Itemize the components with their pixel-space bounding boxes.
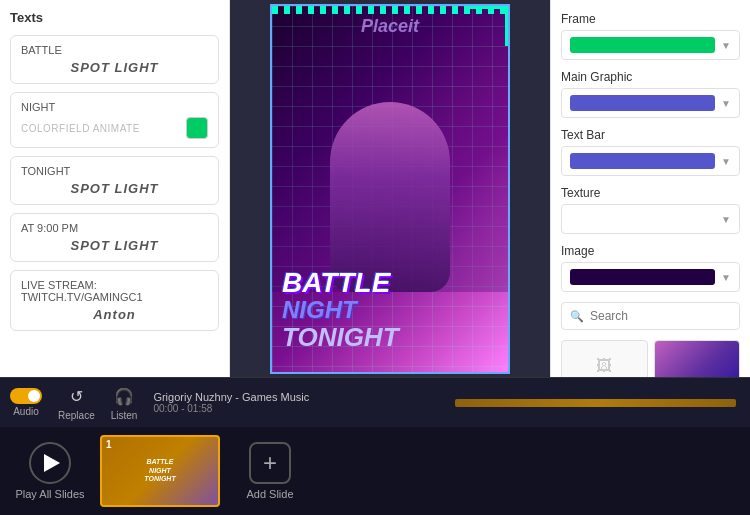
replace-icon: ↺ <box>64 384 88 408</box>
frame-color-bar <box>570 37 715 53</box>
track-info: Grigoriy Nuzhny - Games Music 00:00 - 01… <box>153 391 434 414</box>
frame-dropdown[interactable]: ▼ <box>561 30 740 60</box>
main-graphic-label: Main Graphic <box>561 70 740 84</box>
texture-arrow: ▼ <box>721 214 731 225</box>
listen-label: Listen <box>111 410 138 421</box>
canvas-text-block: BATTLE NIGHT TONIGHT <box>282 269 498 352</box>
replace-button[interactable]: ↺ Replace <box>58 384 95 421</box>
canvas-battle-text: BATTLE <box>282 269 498 297</box>
play-all-button[interactable]: Play All Slides <box>10 442 90 500</box>
listen-button[interactable]: 🎧 Listen <box>111 384 138 421</box>
frame-dropdown-arrow: ▼ <box>721 40 731 51</box>
waveform-bar <box>455 399 736 407</box>
image-grid: 🖼 No image <box>561 340 740 377</box>
image-thumbnail[interactable] <box>654 340 741 377</box>
image-arrow: ▼ <box>721 272 731 283</box>
slide-1[interactable]: 1 BATTLENIGHTTONIGHT <box>100 435 220 507</box>
texture-section: Texture ▼ <box>561 186 740 234</box>
play-all-label: Play All Slides <box>15 488 84 500</box>
toggle-knob <box>28 390 40 402</box>
search-section: 🔍 <box>561 302 740 330</box>
audio-control[interactable]: Audio <box>10 388 42 417</box>
panel-title: Texts <box>10 10 219 25</box>
frame-label: Frame <box>561 12 740 26</box>
frame-section: Frame ▼ <box>561 12 740 60</box>
text-bar-color-bar <box>570 153 715 169</box>
text-bar-dropdown[interactable]: ▼ <box>561 146 740 176</box>
search-input[interactable] <box>590 309 740 323</box>
person-shape <box>330 102 450 292</box>
search-box[interactable]: 🔍 <box>561 302 740 330</box>
watermark: Placeit <box>361 16 419 37</box>
texture-label: Texture <box>561 186 740 200</box>
left-panel: Texts BATTLE SPOT LIGHT NIGHT COLORFIELD… <box>0 0 230 377</box>
card-label-time: AT 9:00 PM <box>21 222 208 234</box>
canvas-tonight-text: TONIGHT <box>282 323 498 352</box>
card-label-tonight: TONIGHT <box>21 165 208 177</box>
main-graphic-section: Main Graphic ▼ <box>561 70 740 118</box>
add-slide-label: Add Slide <box>246 488 293 500</box>
canvas-frame[interactable]: Placeit BATTLE NIGHT TONIGHT <box>270 4 510 374</box>
text-bar-section: Text Bar ▼ <box>561 128 740 176</box>
canvas-area: Placeit BATTLE NIGHT TONIGHT <box>230 0 550 377</box>
text-card-tonight[interactable]: TONIGHT SPOT LIGHT <box>10 156 219 205</box>
play-icon <box>44 454 60 472</box>
play-circle <box>29 442 71 484</box>
no-image-placeholder[interactable]: 🖼 No image <box>561 340 648 377</box>
card-label-stream: LIVE STREAM: TWITCH.TV/GAMINGC1 <box>21 279 208 303</box>
slide-mini-text: BATTLENIGHTTONIGHT <box>144 458 175 483</box>
corner-decoration <box>468 6 508 46</box>
text-bar-label: Text Bar <box>561 128 740 142</box>
canvas-night-text: NIGHT <box>282 297 498 323</box>
text-card-time[interactable]: AT 9:00 PM SPOT LIGHT <box>10 213 219 262</box>
main-graphic-dropdown[interactable]: ▼ <box>561 88 740 118</box>
replace-label: Replace <box>58 410 95 421</box>
card-night-row: COLORFIELD ANIMATE <box>21 117 208 139</box>
no-image-icon: 🖼 <box>596 357 612 375</box>
audio-toggle[interactable] <box>10 388 42 404</box>
card-value-time: SPOT LIGHT <box>21 238 208 253</box>
text-card-battle[interactable]: BATTLE SPOT LIGHT <box>10 35 219 84</box>
search-icon: 🔍 <box>570 310 584 323</box>
main-graphic-arrow: ▼ <box>721 98 731 109</box>
text-card-stream[interactable]: LIVE STREAM: TWITCH.TV/GAMINGC1 Anton <box>10 270 219 331</box>
image-dropdown[interactable]: ▼ <box>561 262 740 292</box>
right-panel: Frame ▼ Main Graphic ▼ Text Bar ▼ Textur… <box>550 0 750 377</box>
image-section: Image ▼ <box>561 244 740 292</box>
track-time: 00:00 - 01:58 <box>153 403 434 414</box>
canvas-person <box>272 92 508 292</box>
card-value-tonight: SPOT LIGHT <box>21 181 208 196</box>
card-value-battle: SPOT LIGHT <box>21 60 208 75</box>
add-icon: + <box>249 442 291 484</box>
bottom-bar: Audio ↺ Replace 🎧 Listen Grigoriy Nuzhny… <box>0 377 750 427</box>
canvas-background: Placeit BATTLE NIGHT TONIGHT <box>272 6 508 372</box>
text-bar-arrow: ▼ <box>721 156 731 167</box>
slides-row: Play All Slides 1 BATTLENIGHTTONIGHT + A… <box>0 427 750 515</box>
texture-dropdown[interactable]: ▼ <box>561 204 740 234</box>
image-color-bar <box>570 269 715 285</box>
text-card-night[interactable]: NIGHT COLORFIELD ANIMATE <box>10 92 219 148</box>
headphone-icon: 🎧 <box>112 384 136 408</box>
texture-color-bar <box>570 211 715 227</box>
add-slide-button[interactable]: + Add Slide <box>230 442 310 500</box>
card-label-battle: BATTLE <box>21 44 208 56</box>
slide-preview: BATTLENIGHTTONIGHT <box>102 437 218 505</box>
slide-number: 1 <box>106 439 112 450</box>
night-color-swatch[interactable] <box>186 117 208 139</box>
main-graphic-color-bar <box>570 95 715 111</box>
night-field-text: COLORFIELD ANIMATE <box>21 123 140 134</box>
card-value-stream: Anton <box>21 307 208 322</box>
card-label-night: NIGHT <box>21 101 208 113</box>
audio-label: Audio <box>13 406 39 417</box>
track-name: Grigoriy Nuzhny - Games Music <box>153 391 434 403</box>
image-label: Image <box>561 244 740 258</box>
